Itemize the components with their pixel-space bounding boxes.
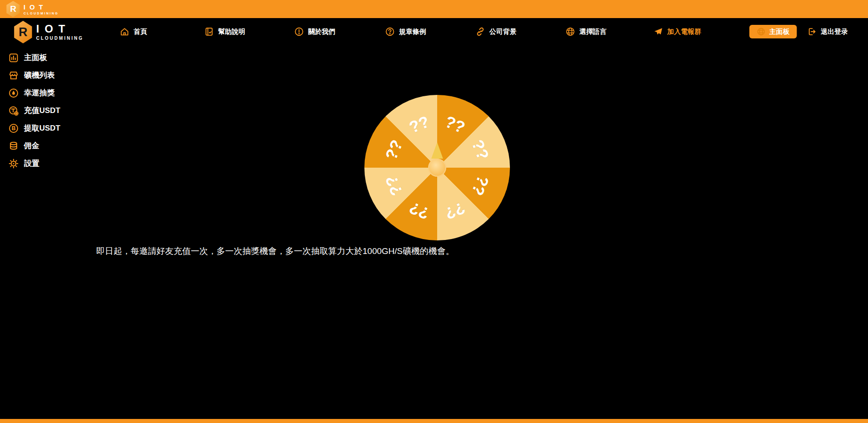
sidebar-item-settings[interactable]: 設置 <box>0 155 99 172</box>
wheel-pointer-icon <box>431 142 443 159</box>
sidebar-item-withdraw[interactable]: B 提取USDT <box>0 119 99 137</box>
nav-item-label: 關於我們 <box>308 28 335 36</box>
nav-item-language[interactable]: 選擇語言 <box>566 18 607 45</box>
gear-icon <box>8 158 19 169</box>
nav-item-help[interactable]: 幫助說明 <box>204 18 245 45</box>
sidebar-item-dashboard[interactable]: 主面板 <box>0 49 99 66</box>
coins-stack-icon <box>8 141 19 151</box>
brand-name: IOT <box>24 4 59 10</box>
nav-item-label: 選擇語言 <box>580 28 607 36</box>
bottom-brand-strip <box>0 419 868 423</box>
nav-item-home[interactable]: 首頁 <box>120 18 147 45</box>
logout-label: 退出登录 <box>821 28 848 36</box>
wheel-slice-label: ?? <box>442 112 468 137</box>
topbar-logo: R IOT CLOUDMINING <box>5 1 59 17</box>
link-icon <box>476 27 486 37</box>
dashboard-chart-icon <box>8 52 19 63</box>
nav-item-label: 首頁 <box>134 28 147 36</box>
wheel-hub[interactable] <box>428 159 446 177</box>
wheel-slice-label: ?? <box>382 173 407 198</box>
globe-icon <box>566 27 576 37</box>
logout-icon <box>807 27 817 37</box>
lucky-drop-icon <box>8 88 19 99</box>
wheel-slice-label: ?? <box>467 137 493 163</box>
sidebar-item-deposit[interactable]: 充值USDT <box>0 102 99 119</box>
sidebar-item-label: 佣金 <box>24 141 39 151</box>
sidebar-item-label: 提取USDT <box>24 123 60 133</box>
nav-item-rules[interactable]: 規章條例 <box>385 18 426 45</box>
promo-description: 即日起，每邀請好友充值一次，多一次抽獎機會，多一次抽取算力大於1000GH/S礦… <box>96 245 454 257</box>
wheel-slice-label: ?? <box>406 198 432 223</box>
help-book-icon <box>204 27 214 37</box>
hexagon-logo-icon: R <box>13 21 33 43</box>
sidebar-item-label: 幸運抽獎 <box>24 88 55 98</box>
logout-button[interactable]: 退出登录 <box>807 18 848 45</box>
nav-item-about[interactable]: 關於我們 <box>294 18 335 45</box>
nav-item-label: 幫助說明 <box>218 28 245 36</box>
telegram-icon <box>653 27 663 37</box>
wheel-slice-label: ?? <box>406 112 432 137</box>
home-icon <box>120 27 130 37</box>
sidebar-item-label: 設置 <box>24 158 39 169</box>
deposit-usdt-icon <box>8 105 19 116</box>
sidebar-item-label: 礦機列表 <box>24 70 55 80</box>
dashboard-button-label: 主面板 <box>769 28 790 36</box>
hexagon-logo-icon: R <box>5 1 21 17</box>
main-navbar: R IOT CLOUDMINING 首頁 幫助說明 關於我們 規章條例 公司 <box>0 18 868 45</box>
sidebar-item-lucky-draw[interactable]: 幸運抽獎 <box>0 84 99 102</box>
wheel-slice-label: ?? <box>382 137 407 163</box>
sidebar-item-commission[interactable]: 佣金 <box>0 137 99 155</box>
sidebar: 主面板 礦機列表 幸運抽獎 充值USDT B 提取USDT <box>0 49 99 172</box>
brand-subtitle: CLOUDMINING <box>24 12 59 15</box>
nav-item-company[interactable]: 公司背景 <box>476 18 517 45</box>
dashboard-button[interactable]: 主面板 <box>750 25 797 38</box>
nav-item-telegram[interactable]: 加入電報群 <box>653 18 701 45</box>
exclamation-circle-icon <box>294 27 304 37</box>
wheel-slice-label: ?? <box>442 198 468 223</box>
svg-text:B: B <box>12 125 16 132</box>
top-brand-bar: R IOT CLOUDMINING <box>0 0 868 18</box>
nav-item-label: 規章條例 <box>399 28 426 36</box>
navbar-logo[interactable]: R IOT CLOUDMINING <box>13 21 84 43</box>
nav-item-label: 加入電報群 <box>667 28 701 36</box>
withdraw-coin-icon: B <box>8 123 19 134</box>
wheel-slice-label: ?? <box>467 173 493 198</box>
question-circle-icon <box>385 27 395 37</box>
brand-subtitle: CLOUDMINING <box>36 36 84 41</box>
sidebar-item-miner-list[interactable]: 礦機列表 <box>0 66 99 84</box>
brand-name: IOT <box>36 24 84 34</box>
lucky-wheel[interactable]: ?? ?? ?? ?? ?? ?? ?? ?? <box>364 95 510 240</box>
nav-item-label: 公司背景 <box>490 28 517 36</box>
store-icon <box>8 70 19 81</box>
globe-icon <box>757 27 766 36</box>
sidebar-item-label: 主面板 <box>24 52 47 63</box>
sidebar-item-label: 充值USDT <box>24 105 60 116</box>
